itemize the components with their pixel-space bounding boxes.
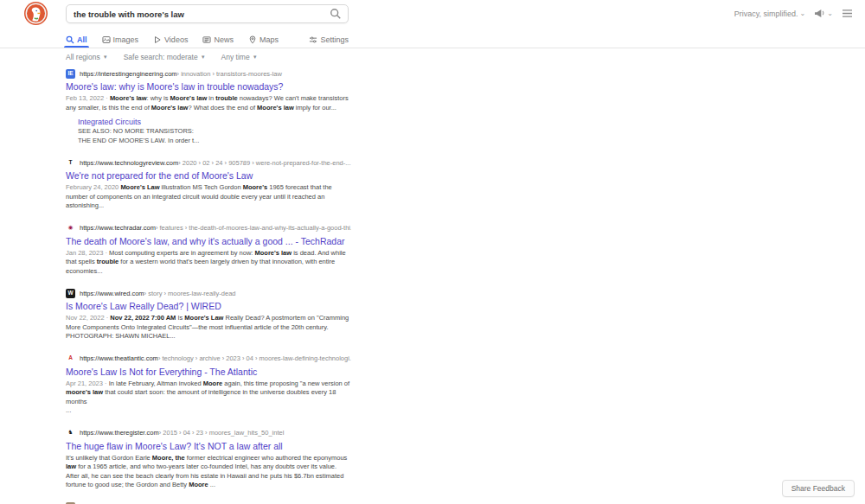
result-title-link[interactable]: The huge flaw in Moore's Law? It's NOT a…: [66, 440, 351, 452]
search-tab-icon: [66, 35, 74, 44]
snippet-text: Moore: [189, 481, 208, 488]
region-filter-dropdown[interactable]: All regions ▼: [66, 53, 108, 61]
tab-news[interactable]: News: [202, 32, 234, 48]
result-title-link[interactable]: Moore's law: why is Moore's law in troub…: [66, 80, 351, 93]
snippet-text: Moore's: [243, 183, 267, 191]
tab-maps-label: Maps: [260, 35, 279, 44]
result-snippet: Jan 28, 2023 · Most computing experts ar…: [66, 249, 351, 277]
result-url-path: › features › the-death-of-moores-law-and…: [156, 224, 351, 232]
caret-down-icon: ▼: [103, 54, 108, 60]
search-result: ♞ https://www.theregister.com › 2015 › 0…: [66, 428, 351, 490]
announcement-menu[interactable]: ⌄: [814, 9, 833, 18]
duckduckgo-logo[interactable]: [24, 2, 48, 25]
results-list: IE https://interestingengineering.com › …: [66, 68, 351, 504]
snippet-text: Nov 22, 2022 7:00 AM: [110, 314, 176, 322]
result-title-link[interactable]: Moore's Law Is Not for Everything - The …: [66, 366, 351, 378]
sublink-text-line: SEE ALSO: NO MORE TRANSISTORS:: [78, 127, 351, 137]
snippet-text: that could start soon: the amount of int…: [66, 388, 336, 405]
result-url-path: › 2015 › 04 › 23 › moores_law_hits_50_in…: [159, 429, 285, 437]
result-url-path: › story › moores-law-really-dead: [144, 290, 236, 297]
snippet-text: Moore's law: [254, 249, 292, 257]
snippet-text: Moore's law: [110, 94, 147, 102]
tab-all[interactable]: All: [66, 32, 87, 48]
result-title-link[interactable]: Is Moore's Law Really Dead? | WIRED: [66, 300, 351, 312]
snippet-text: : why is: [147, 94, 170, 102]
privacy-simplified-label: Privacy, simplified.: [734, 10, 798, 18]
tab-images-label: Images: [113, 35, 139, 44]
tab-images[interactable]: Images: [102, 32, 139, 48]
search-bar: [66, 4, 349, 23]
result-url[interactable]: ♞ https://www.theregister.com › 2015 › 0…: [66, 428, 351, 438]
result-snippet: Nov 22, 2022 · Nov 22, 2022 7:00 AM Is M…: [66, 314, 351, 341]
snippet-text: Feb 13, 2022 ·: [66, 94, 110, 102]
privacy-simplified-menu[interactable]: Privacy, simplified. ⌄: [734, 10, 806, 18]
result-url[interactable]: ◉ https://www.techradar.com › features ›…: [66, 223, 351, 233]
tab-news-label: News: [214, 35, 234, 44]
chevron-down-icon: ⌄: [800, 10, 806, 17]
hamburger-menu-icon[interactable]: [842, 9, 853, 18]
search-result: W https://www.wired.com › story › moores…: [66, 288, 351, 341]
region-filter-label: All regions: [66, 53, 100, 61]
snippet-text: It's unlikely that Gordon Earle: [66, 454, 152, 462]
result-url-path: › 2020 › 02 › 24 › 905789 › were-not-pre…: [178, 159, 350, 167]
snippet-text: moore's law: [66, 388, 103, 396]
theregister-favicon: ♞: [66, 428, 75, 437]
sublink-text-line: THE END OF MOORE'S LAW. In order t...: [78, 137, 351, 146]
serp-header: Privacy, simplified. ⌄ ⌄: [0, 0, 865, 29]
result-domain: https://interestingengineering.com: [80, 70, 177, 78]
search-result: T https://www.technologyreview.com › 202…: [66, 157, 351, 211]
snippet-text: ...: [208, 481, 215, 488]
settings-sliders-icon: [309, 35, 317, 44]
snippet-text: Moore's Law: [120, 183, 159, 191]
snippet-text: In late February, Altman invoked: [109, 380, 203, 387]
tab-all-label: All: [77, 35, 87, 44]
snippet-text: imply for our...: [294, 104, 336, 112]
result-url[interactable]: T https://www.technologyreview.com › 202…: [66, 157, 351, 168]
result-domain: https://www.theatlantic.com: [80, 354, 158, 362]
snippet-text: Most computing experts are in agreement …: [109, 249, 254, 257]
videos-tab-icon: [153, 35, 162, 44]
interestingengineering-favicon: IE: [66, 69, 75, 79]
chevron-down-icon: ⌄: [827, 10, 833, 17]
result-title-link[interactable]: We're not prepared for the end of Moore'…: [66, 169, 351, 182]
snippet-text: Jan 28, 2023 ·: [66, 249, 109, 257]
snippet-text: Moore: [203, 380, 223, 387]
share-feedback-button[interactable]: Share Feedback: [782, 480, 855, 497]
news-tab-icon: [202, 35, 211, 44]
header-right-controls: Privacy, simplified. ⌄ ⌄: [734, 9, 853, 18]
result-url[interactable]: A https://www.theatlantic.com › technolo…: [66, 354, 351, 364]
search-result: A https://www.theatlantic.com › technolo…: [66, 354, 351, 416]
tab-videos-label: Videos: [164, 35, 188, 44]
techradar-favicon: ◉: [66, 223, 75, 233]
snippet-text: former electrical engineer who authored …: [185, 454, 348, 462]
snippet-text: Moore's law: [151, 104, 189, 112]
settings-label: Settings: [320, 35, 349, 44]
result-snippet: It's unlikely that Gordon Earle Moore, t…: [66, 454, 351, 490]
time-filter-dropdown[interactable]: Any time ▼: [221, 53, 258, 61]
images-tab-icon: [102, 35, 111, 44]
snippet-text: Moore's Law: [184, 314, 223, 322]
search-icon[interactable]: [330, 8, 342, 20]
result-url[interactable]: W https://www.wired.com › story › moores…: [66, 288, 351, 298]
snippet-text: trouble: [215, 94, 237, 102]
snippet-text: in: [207, 94, 215, 102]
sublink-title-link[interactable]: Integrated Circuits: [78, 117, 351, 127]
caret-down-icon: ▼: [201, 54, 206, 60]
snippet-text: Moore's law: [170, 94, 208, 102]
result-title-link[interactable]: The death of Moore's law, and why it's a…: [66, 235, 351, 247]
tab-videos[interactable]: Videos: [153, 32, 188, 48]
result-domain: https://www.techradar.com: [80, 224, 156, 232]
result-url[interactable]: IE https://interestingengineering.com › …: [66, 68, 351, 79]
result-domain: https://www.technologyreview.com: [80, 159, 178, 167]
settings-button[interactable]: Settings: [309, 32, 349, 48]
result-domain: https://www.theregister.com: [80, 429, 159, 437]
search-filters: All regions ▼ Safe search: moderate ▼ An…: [66, 53, 865, 61]
snippet-text: Moore, the: [152, 454, 185, 462]
tab-maps[interactable]: Maps: [248, 32, 279, 48]
safesearch-filter-dropdown[interactable]: Safe search: moderate ▼: [124, 53, 206, 61]
snippet-text: February 24, 2020: [66, 183, 120, 191]
search-input[interactable]: [67, 10, 330, 19]
snippet-text: law: [66, 463, 76, 470]
result-snippet: February 24, 2020 Moore's Law illustrati…: [66, 183, 351, 211]
theatlantic-favicon: A: [66, 354, 75, 363]
